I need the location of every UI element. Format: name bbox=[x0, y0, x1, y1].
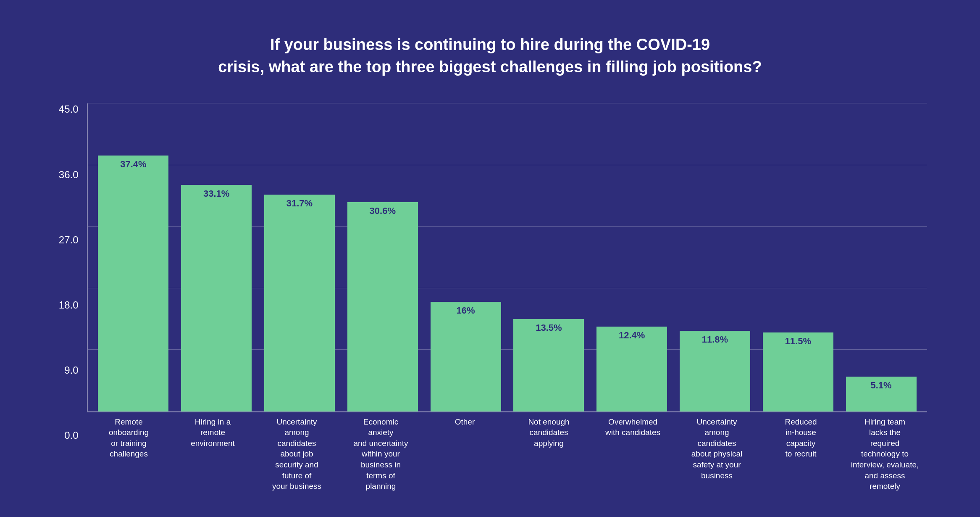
chart-container: If your business is continuing to hire d… bbox=[28, 17, 952, 500]
y-axis-label: 27.0 bbox=[59, 234, 79, 246]
bars-row: 37.4%33.1%31.7%30.6%16%13.5%12.4%11.8%11… bbox=[88, 103, 927, 411]
bar-group: 16% bbox=[424, 103, 507, 411]
bar-value-label: 16% bbox=[457, 305, 475, 316]
bar-value-label: 30.6% bbox=[370, 206, 396, 216]
bar: 5.1% bbox=[846, 377, 917, 411]
x-axis-label: Not enoughcandidatesapplying bbox=[507, 417, 591, 492]
x-axis-label: Other bbox=[423, 417, 507, 492]
bar-group: 13.5% bbox=[507, 103, 590, 411]
bar-value-label: 33.1% bbox=[203, 188, 229, 199]
bar-group: 5.1% bbox=[840, 103, 923, 411]
y-axis-label: 9.0 bbox=[64, 364, 78, 376]
y-axis-label: 18.0 bbox=[59, 299, 79, 311]
bar-group: 12.4% bbox=[590, 103, 673, 411]
x-axis-label: Economicanxietyand uncertaintywithin you… bbox=[339, 417, 423, 492]
x-axis-label: Uncertaintyamongcandidatesabout physical… bbox=[675, 417, 759, 492]
bar: 37.4% bbox=[98, 156, 168, 411]
bar-group: 31.7% bbox=[258, 103, 341, 411]
x-axis-label: Remoteonboardingor trainingchallenges bbox=[87, 417, 171, 492]
bar-value-label: 13.5% bbox=[536, 322, 562, 333]
x-axis-label: Overwhelmedwith candidates bbox=[591, 417, 675, 492]
y-axis-label: 0.0 bbox=[64, 430, 78, 441]
y-axis-label: 45.0 bbox=[59, 103, 79, 115]
bar: 12.4% bbox=[596, 327, 667, 411]
bar-group: 33.1% bbox=[175, 103, 258, 411]
chart-area: 45.036.027.018.09.00.0 37.4%33.1%31.7%30… bbox=[53, 103, 927, 492]
bar-value-label: 31.7% bbox=[286, 198, 313, 209]
bar: 13.5% bbox=[513, 319, 584, 411]
x-axis-label: Reducedin-housecapacityto recruit bbox=[759, 417, 843, 492]
bar: 16% bbox=[431, 302, 501, 411]
x-axis-label: Hiring in aremoteenvironment bbox=[171, 417, 255, 492]
bar-group: 11.8% bbox=[673, 103, 757, 411]
x-axis-label: Uncertaintyamongcandidatesabout jobsecur… bbox=[255, 417, 339, 492]
bar: 11.5% bbox=[763, 332, 833, 411]
bar: 31.7% bbox=[264, 195, 335, 411]
bar: 30.6% bbox=[347, 202, 418, 411]
x-axis-label: Hiring teamlacks therequiredtechnology t… bbox=[843, 417, 927, 492]
bar-value-label: 11.8% bbox=[702, 334, 728, 345]
bar-value-label: 37.4% bbox=[120, 159, 146, 170]
y-axis-label: 36.0 bbox=[59, 169, 79, 181]
bar: 11.8% bbox=[680, 331, 750, 411]
y-axis: 45.036.027.018.09.00.0 bbox=[53, 103, 87, 492]
bar-group: 37.4% bbox=[92, 103, 175, 411]
chart-title: If your business is continuing to hire d… bbox=[218, 34, 762, 78]
bar-value-label: 5.1% bbox=[870, 380, 891, 391]
bar-group: 11.5% bbox=[757, 103, 840, 411]
bar-value-label: 12.4% bbox=[619, 330, 645, 341]
bar-value-label: 11.5% bbox=[785, 336, 811, 347]
bars-and-grid: 37.4%33.1%31.7%30.6%16%13.5%12.4%11.8%11… bbox=[87, 103, 927, 412]
bar-group: 30.6% bbox=[341, 103, 424, 411]
x-labels: Remoteonboardingor trainingchallengesHir… bbox=[87, 412, 927, 492]
bar: 33.1% bbox=[181, 185, 252, 411]
chart-inner: 37.4%33.1%31.7%30.6%16%13.5%12.4%11.8%11… bbox=[87, 103, 927, 492]
